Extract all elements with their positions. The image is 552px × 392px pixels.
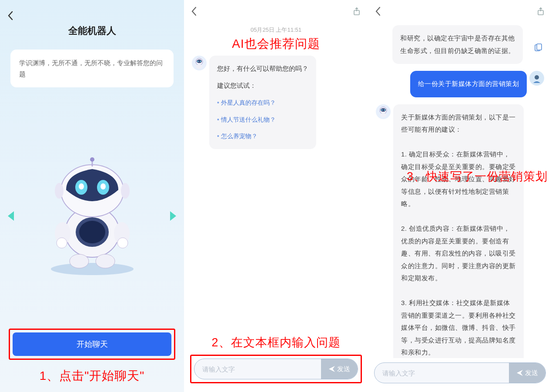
chat-filled-panel: 和研究，以确定在宇宙中是否存在其他生命形式，但目前仍缺乏确凿的证据。 给一份关于… — [368, 0, 552, 392]
copy-icon[interactable] — [534, 43, 542, 54]
paper-plane-icon — [516, 369, 523, 376]
bot-message-row: 关于新媒体方面的营销策划，以下是一些可能有用的建议： 1. 确定目标受众：在新媒… — [368, 101, 552, 359]
chat-empty-panel: 05月25日 上午11:51 AI也会推荐问题 您好，有什么可以帮助您的吗？ 建… — [184, 0, 368, 392]
greeting-text: 您好，有什么可以帮助您的吗？ — [217, 63, 308, 75]
annotation-step1: 1、点击"开始聊天" — [0, 368, 184, 384]
svg-rect-27 — [537, 44, 542, 50]
annotation-step2: 2、在文本框内输入问题 — [184, 335, 368, 350]
chat-timestamp: 05月25日 上午11:51 — [184, 26, 368, 34]
input-highlight: 发送 — [190, 355, 362, 383]
svg-point-12 — [121, 183, 130, 199]
share-icon[interactable] — [536, 7, 545, 17]
user-avatar — [529, 71, 544, 86]
svg-point-3 — [79, 221, 105, 243]
carousel-prev-icon[interactable] — [6, 209, 16, 224]
annotation-ai-suggest: AI也会推荐问题 — [184, 36, 368, 52]
bot-message-row: 您好，有什么可以帮助您的吗？ 建议您试试： 外星人真的存在吗？ 情人节送什么礼物… — [184, 52, 368, 153]
svg-point-16 — [117, 238, 128, 248]
svg-point-7 — [79, 183, 84, 189]
send-label: 发送 — [337, 365, 350, 373]
carousel-next-icon[interactable] — [168, 209, 178, 224]
message-input[interactable] — [375, 363, 509, 383]
send-button[interactable]: 发送 — [509, 363, 545, 383]
back-icon[interactable] — [191, 7, 197, 18]
send-label: 发送 — [525, 369, 538, 377]
user-message-bubble: 给一份关于新媒体方面的营销策划 — [410, 71, 527, 97]
svg-point-23 — [200, 61, 201, 62]
message-input[interactable] — [194, 359, 321, 379]
suggestion-header: 建议您试试： — [217, 80, 308, 92]
svg-point-22 — [197, 61, 199, 62]
message-input-area: 发送 — [374, 362, 546, 383]
intro-panel: 全能机器人 学识渊博，无所不通，无所不晓，专业解答您的问题 — [0, 0, 184, 392]
share-icon[interactable] — [352, 7, 361, 17]
start-button-highlight: 开始聊天 — [9, 329, 175, 360]
svg-point-17 — [70, 254, 89, 268]
suggestion-item-pets[interactable]: 怎么养宠物？ — [217, 130, 308, 142]
svg-point-0 — [51, 263, 134, 275]
suggestion-item-valentines[interactable]: 情人节送什么礼物？ — [217, 114, 308, 126]
user-message-row: 给一份关于新媒体方面的营销策划 — [368, 67, 552, 101]
paper-plane-icon — [328, 365, 335, 372]
svg-point-33 — [384, 109, 385, 110]
bot-description: 学识渊博，无所不通，无所不晓，专业解答您的问题 — [10, 50, 174, 87]
bot-message-row: 和研究，以确定在宇宙中是否存在其他生命形式，但目前仍缺乏确凿的证据。 — [368, 22, 552, 67]
svg-point-34 — [380, 113, 386, 117]
robot-image — [36, 152, 149, 282]
robot-carousel — [0, 105, 184, 329]
svg-point-32 — [381, 109, 383, 110]
bot-message-plan: 关于新媒体方面的营销策划，以下是一些可能有用的建议： 1. 确定目标受众：在新媒… — [393, 104, 524, 359]
topbar — [184, 0, 368, 22]
svg-point-10 — [90, 157, 94, 162]
input-wrap: 发送 — [368, 358, 552, 392]
back-icon[interactable] — [7, 10, 14, 23]
page-title: 全能机器人 — [0, 0, 184, 37]
svg-point-11 — [55, 183, 64, 199]
svg-point-8 — [100, 183, 106, 189]
send-button[interactable]: 发送 — [321, 359, 358, 379]
annotation-step3: 3、快速写了一份营销策划 — [407, 169, 548, 184]
message-input-area: 发送 — [194, 359, 358, 379]
start-chat-button[interactable]: 开始聊天 — [13, 332, 171, 356]
svg-point-24 — [196, 64, 202, 69]
bot-avatar — [376, 104, 391, 119]
svg-point-18 — [96, 254, 115, 268]
topbar — [368, 0, 552, 22]
bot-greeting-bubble: 您好，有什么可以帮助您的吗？ 建议您试试： 外星人真的存在吗？ 情人节送什么礼物… — [209, 56, 316, 149]
bot-avatar — [192, 56, 207, 70]
suggestion-item-aliens[interactable]: 外星人真的存在吗？ — [217, 97, 308, 109]
svg-point-15 — [57, 238, 67, 248]
bot-message-partial: 和研究，以确定在宇宙中是否存在其他生命形式，但目前仍缺乏确凿的证据。 — [392, 25, 523, 64]
svg-point-29 — [535, 75, 539, 80]
back-icon[interactable] — [375, 7, 381, 18]
